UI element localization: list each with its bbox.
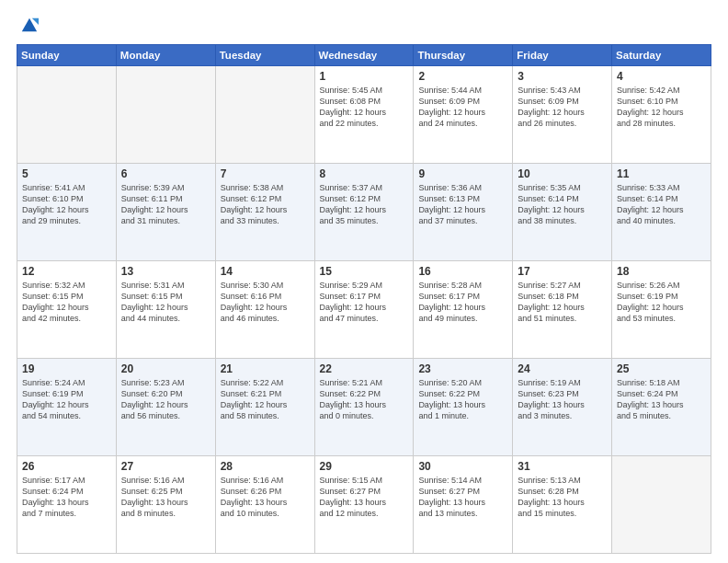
week-row-2: 5Sunrise: 5:41 AM Sunset: 6:10 PM Daylig… xyxy=(17,164,711,261)
calendar-cell: 16Sunrise: 5:28 AM Sunset: 6:17 PM Dayli… xyxy=(414,261,513,359)
weekday-header-monday: Monday xyxy=(116,45,215,66)
day-info: Sunrise: 5:36 AM Sunset: 6:13 PM Dayligh… xyxy=(418,182,507,227)
day-number: 14 xyxy=(221,265,310,278)
day-number: 3 xyxy=(518,70,607,83)
day-number: 26 xyxy=(22,460,111,473)
day-number: 31 xyxy=(518,460,607,473)
calendar-cell: 24Sunrise: 5:19 AM Sunset: 6:23 PM Dayli… xyxy=(513,359,612,456)
calendar-cell: 1Sunrise: 5:45 AM Sunset: 6:08 PM Daylig… xyxy=(314,66,414,164)
day-info: Sunrise: 5:30 AM Sunset: 6:16 PM Dayligh… xyxy=(221,280,310,325)
day-number: 2 xyxy=(418,70,507,83)
calendar-cell: 26Sunrise: 5:17 AM Sunset: 6:24 PM Dayli… xyxy=(17,456,117,554)
calendar-cell: 20Sunrise: 5:23 AM Sunset: 6:20 PM Dayli… xyxy=(116,359,215,456)
day-info: Sunrise: 5:37 AM Sunset: 6:12 PM Dayligh… xyxy=(320,182,409,227)
day-info: Sunrise: 5:24 AM Sunset: 6:19 PM Dayligh… xyxy=(22,377,111,422)
calendar-cell: 3Sunrise: 5:43 AM Sunset: 6:09 PM Daylig… xyxy=(513,66,612,164)
day-number: 27 xyxy=(121,460,210,473)
day-number: 4 xyxy=(617,70,706,83)
calendar-cell: 7Sunrise: 5:38 AM Sunset: 6:12 PM Daylig… xyxy=(215,164,314,261)
day-info: Sunrise: 5:16 AM Sunset: 6:26 PM Dayligh… xyxy=(221,475,310,520)
day-number: 7 xyxy=(221,167,310,180)
day-number: 13 xyxy=(121,265,210,278)
calendar-cell: 21Sunrise: 5:22 AM Sunset: 6:21 PM Dayli… xyxy=(215,359,314,456)
day-info: Sunrise: 5:32 AM Sunset: 6:15 PM Dayligh… xyxy=(22,280,111,325)
day-info: Sunrise: 5:44 AM Sunset: 6:09 PM Dayligh… xyxy=(418,85,507,130)
header xyxy=(17,17,711,35)
calendar: SundayMondayTuesdayWednesdayThursdayFrid… xyxy=(17,44,711,554)
day-info: Sunrise: 5:43 AM Sunset: 6:09 PM Dayligh… xyxy=(518,85,607,130)
day-info: Sunrise: 5:14 AM Sunset: 6:27 PM Dayligh… xyxy=(418,475,507,520)
week-row-3: 12Sunrise: 5:32 AM Sunset: 6:15 PM Dayli… xyxy=(17,261,711,359)
day-info: Sunrise: 5:41 AM Sunset: 6:10 PM Dayligh… xyxy=(22,182,111,227)
day-number: 19 xyxy=(22,362,111,375)
calendar-cell: 8Sunrise: 5:37 AM Sunset: 6:12 PM Daylig… xyxy=(314,164,414,261)
calendar-cell: 14Sunrise: 5:30 AM Sunset: 6:16 PM Dayli… xyxy=(215,261,314,359)
calendar-cell: 19Sunrise: 5:24 AM Sunset: 6:19 PM Dayli… xyxy=(17,359,117,456)
day-info: Sunrise: 5:22 AM Sunset: 6:21 PM Dayligh… xyxy=(221,377,310,422)
week-row-4: 19Sunrise: 5:24 AM Sunset: 6:19 PM Dayli… xyxy=(17,359,711,456)
logo-icon xyxy=(20,17,39,35)
calendar-cell xyxy=(17,66,117,164)
day-number: 20 xyxy=(121,362,210,375)
calendar-cell: 17Sunrise: 5:27 AM Sunset: 6:18 PM Dayli… xyxy=(513,261,612,359)
calendar-cell: 18Sunrise: 5:26 AM Sunset: 6:19 PM Dayli… xyxy=(612,261,711,359)
day-info: Sunrise: 5:17 AM Sunset: 6:24 PM Dayligh… xyxy=(22,475,111,520)
weekday-header-tuesday: Tuesday xyxy=(215,45,314,66)
weekday-header-thursday: Thursday xyxy=(414,45,513,66)
calendar-cell: 31Sunrise: 5:13 AM Sunset: 6:28 PM Dayli… xyxy=(513,456,612,554)
day-info: Sunrise: 5:21 AM Sunset: 6:22 PM Dayligh… xyxy=(320,377,409,422)
calendar-cell: 11Sunrise: 5:33 AM Sunset: 6:14 PM Dayli… xyxy=(612,164,711,261)
day-number: 15 xyxy=(320,265,409,278)
day-number: 25 xyxy=(617,362,706,375)
logo xyxy=(17,17,39,35)
week-row-1: 1Sunrise: 5:45 AM Sunset: 6:08 PM Daylig… xyxy=(17,66,711,164)
calendar-cell: 9Sunrise: 5:36 AM Sunset: 6:13 PM Daylig… xyxy=(414,164,513,261)
calendar-cell: 27Sunrise: 5:16 AM Sunset: 6:25 PM Dayli… xyxy=(116,456,215,554)
weekday-header-sunday: Sunday xyxy=(17,45,117,66)
calendar-cell: 23Sunrise: 5:20 AM Sunset: 6:22 PM Dayli… xyxy=(414,359,513,456)
calendar-cell: 15Sunrise: 5:29 AM Sunset: 6:17 PM Dayli… xyxy=(314,261,414,359)
day-info: Sunrise: 5:42 AM Sunset: 6:10 PM Dayligh… xyxy=(617,85,706,130)
day-info: Sunrise: 5:33 AM Sunset: 6:14 PM Dayligh… xyxy=(617,182,706,227)
calendar-cell: 29Sunrise: 5:15 AM Sunset: 6:27 PM Dayli… xyxy=(314,456,414,554)
day-number: 18 xyxy=(617,265,706,278)
calendar-cell: 22Sunrise: 5:21 AM Sunset: 6:22 PM Dayli… xyxy=(314,359,414,456)
day-number: 12 xyxy=(22,265,111,278)
day-info: Sunrise: 5:26 AM Sunset: 6:19 PM Dayligh… xyxy=(617,280,706,325)
calendar-cell: 5Sunrise: 5:41 AM Sunset: 6:10 PM Daylig… xyxy=(17,164,117,261)
calendar-cell xyxy=(116,66,215,164)
week-row-5: 26Sunrise: 5:17 AM Sunset: 6:24 PM Dayli… xyxy=(17,456,711,554)
calendar-cell: 4Sunrise: 5:42 AM Sunset: 6:10 PM Daylig… xyxy=(612,66,711,164)
day-number: 22 xyxy=(320,362,409,375)
weekday-header-wednesday: Wednesday xyxy=(314,45,414,66)
day-info: Sunrise: 5:16 AM Sunset: 6:25 PM Dayligh… xyxy=(121,475,210,520)
day-number: 5 xyxy=(22,167,111,180)
weekday-header-row: SundayMondayTuesdayWednesdayThursdayFrid… xyxy=(17,45,711,66)
page: SundayMondayTuesdayWednesdayThursdayFrid… xyxy=(0,0,728,563)
calendar-cell: 30Sunrise: 5:14 AM Sunset: 6:27 PM Dayli… xyxy=(414,456,513,554)
day-number: 16 xyxy=(418,265,507,278)
day-number: 10 xyxy=(518,167,607,180)
day-number: 28 xyxy=(221,460,310,473)
weekday-header-saturday: Saturday xyxy=(612,45,711,66)
day-number: 11 xyxy=(617,167,706,180)
day-info: Sunrise: 5:31 AM Sunset: 6:15 PM Dayligh… xyxy=(121,280,210,325)
day-number: 9 xyxy=(418,167,507,180)
day-number: 8 xyxy=(320,167,409,180)
day-number: 1 xyxy=(320,70,409,83)
calendar-cell xyxy=(612,456,711,554)
day-number: 23 xyxy=(418,362,507,375)
day-info: Sunrise: 5:13 AM Sunset: 6:28 PM Dayligh… xyxy=(518,475,607,520)
day-info: Sunrise: 5:23 AM Sunset: 6:20 PM Dayligh… xyxy=(121,377,210,422)
calendar-cell: 10Sunrise: 5:35 AM Sunset: 6:14 PM Dayli… xyxy=(513,164,612,261)
day-number: 24 xyxy=(518,362,607,375)
day-number: 21 xyxy=(221,362,310,375)
day-number: 29 xyxy=(320,460,409,473)
calendar-cell xyxy=(215,66,314,164)
day-info: Sunrise: 5:18 AM Sunset: 6:24 PM Dayligh… xyxy=(617,377,706,422)
day-info: Sunrise: 5:39 AM Sunset: 6:11 PM Dayligh… xyxy=(121,182,210,227)
calendar-cell: 25Sunrise: 5:18 AM Sunset: 6:24 PM Dayli… xyxy=(612,359,711,456)
day-info: Sunrise: 5:29 AM Sunset: 6:17 PM Dayligh… xyxy=(320,280,409,325)
day-info: Sunrise: 5:35 AM Sunset: 6:14 PM Dayligh… xyxy=(518,182,607,227)
calendar-cell: 6Sunrise: 5:39 AM Sunset: 6:11 PM Daylig… xyxy=(116,164,215,261)
